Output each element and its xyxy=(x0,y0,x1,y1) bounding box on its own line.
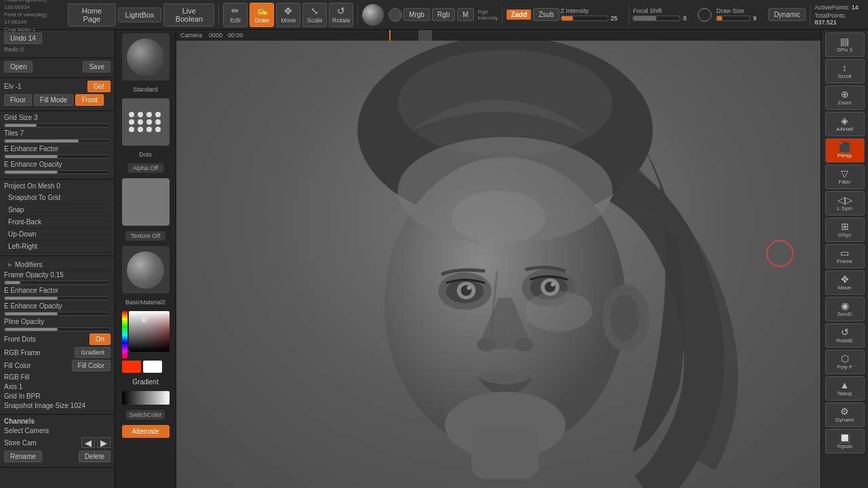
m-button[interactable]: M xyxy=(457,8,473,21)
save-button[interactable]: Save xyxy=(83,61,111,73)
e-enhance-opacity-slider[interactable] xyxy=(4,170,111,174)
front-button[interactable]: Front xyxy=(75,94,103,106)
dynami-icon: ⚙ xyxy=(840,407,849,416)
tiles-slider[interactable] xyxy=(4,139,111,143)
total-points-label: TotalPoints: xyxy=(814,12,846,19)
frame-opacity-slider[interactable] xyxy=(4,281,111,285)
axis-label: Axis 1 xyxy=(4,383,22,390)
aahalf-button[interactable]: ◈ AAHalf xyxy=(825,112,865,136)
mrgb-button[interactable]: Mrgb xyxy=(403,8,430,21)
face-render-area xyxy=(176,41,821,488)
e-enhance-factor2-slider[interactable] xyxy=(4,296,111,300)
zintensity-track[interactable] xyxy=(561,16,608,21)
fill-color-button[interactable]: Fill Color xyxy=(72,360,111,371)
color-sphere[interactable] xyxy=(362,4,384,26)
topoio-button[interactable]: 🔲 Topoio xyxy=(825,429,865,453)
draw-size-value: 9 xyxy=(753,15,766,22)
front-back-item[interactable]: Front-Back xyxy=(4,216,111,228)
lsym-button[interactable]: ◁▷ L.Sym xyxy=(825,191,865,216)
divider-2 xyxy=(357,5,358,25)
rotate-tool-button[interactable]: ↺ Rotate xyxy=(329,3,353,27)
spix-button[interactable]: ▤ SPix 3 xyxy=(825,33,865,57)
open-button[interactable]: Open xyxy=(4,61,33,73)
live-boolean-button[interactable]: Live Boolean xyxy=(163,3,214,26)
rotate-button[interactable]: ↺ RotatE xyxy=(825,323,865,348)
redo-label: Redo 0 xyxy=(4,46,24,53)
color-swatch-red[interactable] xyxy=(122,361,141,373)
e-enhance-opacity-label: E Enhance Opacity xyxy=(4,161,62,168)
left-right-item[interactable]: Left-Right xyxy=(4,241,111,253)
rename-button[interactable]: Rename xyxy=(4,451,42,462)
dynami-button[interactable]: ⚙ Dynami xyxy=(825,403,865,427)
snap-item[interactable]: Snap xyxy=(4,204,111,216)
frame-button[interactable]: ▭ Frame xyxy=(825,244,865,268)
color-picker[interactable] xyxy=(122,311,170,373)
gxyz-button[interactable]: ⊞ GXyz xyxy=(825,218,865,242)
timecode-current: 00:00 xyxy=(225,32,246,39)
filter-button[interactable]: ▽ Filter xyxy=(825,165,865,189)
texture-off-label[interactable]: Texture Off xyxy=(125,231,166,241)
e-enhance-factor-slider[interactable] xyxy=(4,155,111,159)
snapshot-to-grid-item[interactable]: Snapshot To Grid xyxy=(4,192,111,204)
scroll-button[interactable]: ↕ Scroll xyxy=(825,59,865,83)
svg-point-15 xyxy=(477,338,496,352)
tiles-label: Tiles 7 xyxy=(4,129,24,137)
color-swatch-white[interactable] xyxy=(143,361,162,373)
secondary-color[interactable] xyxy=(389,8,402,22)
delete-button[interactable]: Delete xyxy=(79,451,111,462)
e-enhance-opacity2-slider[interactable] xyxy=(4,312,111,316)
go-button[interactable]: Go! xyxy=(87,81,111,92)
grid-color-button[interactable]: Gradient xyxy=(75,347,111,358)
select-camera-label: Select Camera xyxy=(4,427,49,434)
lightbox-button[interactable]: LightBox xyxy=(118,7,162,22)
alternate-button[interactable]: Alternate xyxy=(122,425,170,438)
grid-size-slider[interactable] xyxy=(4,123,111,127)
front-dots-button[interactable]: On xyxy=(90,333,111,345)
zsub-button[interactable]: Zsub xyxy=(533,8,559,21)
zoom-icon: ⊕ xyxy=(841,89,849,99)
pline-opacity-slider[interactable] xyxy=(4,327,111,331)
color-swatches xyxy=(122,361,170,373)
switch-color-label[interactable]: SwitchColor xyxy=(126,410,164,420)
fill-mode-button[interactable]: Fill Mode xyxy=(34,94,74,106)
saturation-value-area[interactable] xyxy=(129,311,170,352)
dynamic-button[interactable]: Dynamic xyxy=(768,8,806,21)
texture-preview[interactable] xyxy=(122,178,170,226)
zoom-button[interactable]: ⊕ Zoom xyxy=(825,85,865,110)
hue-bar[interactable] xyxy=(122,311,127,359)
edit-tool-button[interactable]: ✏ Edit xyxy=(223,3,248,27)
floor-button[interactable]: Floor xyxy=(4,94,32,106)
undo-button[interactable]: Undo 14 xyxy=(4,33,42,44)
timeline-track[interactable] xyxy=(246,30,821,41)
zerod-button[interactable]: ◉ ZeroD xyxy=(825,297,865,321)
up-down-item[interactable]: Up-Down xyxy=(4,228,111,241)
zadd-button[interactable]: Zadd xyxy=(507,9,531,20)
e-enhance-opacity2-label: E Enhance Opacity xyxy=(4,302,62,310)
polyf-button[interactable]: ⬡ Poly F xyxy=(825,350,865,374)
field-of-view-info: Field of view(deg) 17.06149 xyxy=(4,11,62,26)
gradient-bar[interactable] xyxy=(122,391,170,405)
taaup-button[interactable]: ▲ Taaup xyxy=(825,376,865,401)
brush-preview[interactable] xyxy=(122,33,170,81)
persp-button[interactable]: ⬛ Persp xyxy=(825,138,865,163)
draw-tool-button[interactable]: ✍ Draw xyxy=(250,3,274,27)
alpha-off-label[interactable]: Alpha Off xyxy=(127,163,163,173)
modifiers-item[interactable]: ▶ Modifiers xyxy=(4,259,111,271)
focal-shift-track[interactable] xyxy=(633,16,680,21)
home-page-button[interactable]: Home Page xyxy=(68,3,115,26)
move-button[interactable]: ✥ Move xyxy=(825,270,865,295)
material-preview[interactable] xyxy=(122,246,170,293)
rgb-button[interactable]: Rgb xyxy=(432,8,455,21)
active-points-label: ActivePoints: xyxy=(814,4,850,11)
alpha-preview[interactable] xyxy=(122,98,170,146)
divider-5 xyxy=(810,5,810,25)
color-section xyxy=(362,4,402,26)
open-save-section: Open Save xyxy=(0,58,115,78)
scale-tool-button[interactable]: ⤡ Scale xyxy=(302,3,327,27)
store-cam-prev-button[interactable]: ◀ xyxy=(81,437,95,448)
svg-point-20 xyxy=(610,295,639,342)
store-cam-next-button[interactable]: ▶ xyxy=(97,437,111,448)
viewport[interactable]: Camera 0000 00:00 xyxy=(176,30,821,488)
draw-size-track[interactable] xyxy=(716,16,750,21)
move-tool-button[interactable]: ✥ Move xyxy=(276,3,300,27)
